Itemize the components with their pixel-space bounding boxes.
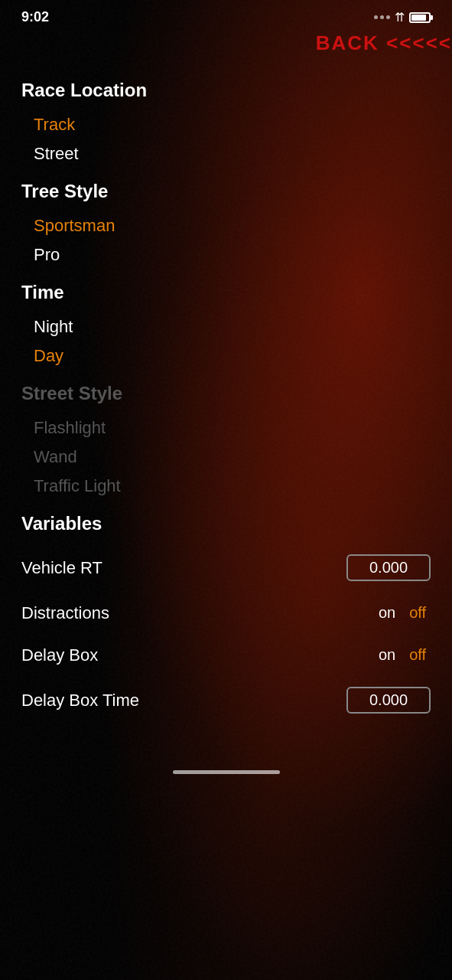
street-style-header: Street Style [21,383,431,404]
distractions-row: Distractions on off [21,592,431,634]
delay-box-off[interactable]: off [405,645,431,665]
street-style-flashlight: Flashlight [21,413,431,443]
vehicle-rt-label: Vehicle RT [21,558,102,578]
home-bar [173,770,280,774]
race-location-section: Race Location Track Street [21,80,431,168]
home-indicator [0,755,452,782]
delay-box-on[interactable]: on [374,645,400,665]
delay-box-row: Delay Box on off [21,634,431,676]
status-time: 9:02 [21,9,49,25]
distractions-off[interactable]: off [405,603,431,623]
vehicle-rt-input[interactable] [346,554,431,581]
vehicle-rt-row: Vehicle RT [21,544,431,592]
race-location-track[interactable]: Track [21,110,431,139]
delay-box-time-row: Delay Box Time [21,676,431,724]
street-style-section: Street Style Flashlight Wand Traffic Lig… [21,383,431,501]
tree-style-sportsman[interactable]: Sportsman [21,211,431,240]
delay-box-time-input[interactable] [346,687,431,714]
tree-style-pro[interactable]: Pro [21,240,431,270]
time-day[interactable]: Day [21,341,431,371]
delay-box-time-label: Delay Box Time [21,691,139,710]
variables-header: Variables [21,513,431,534]
time-night[interactable]: Night [21,312,431,341]
delay-box-label: Delay Box [21,645,98,665]
wifi-icon: ⇈ [395,10,405,24]
race-location-header: Race Location [21,80,431,101]
status-icons: ⇈ [374,10,431,24]
battery-icon [409,12,431,23]
time-section: Time Night Day [21,282,431,371]
signal-dots-icon [374,15,390,19]
race-location-street[interactable]: Street [21,139,431,168]
street-style-traffic-light: Traffic Light [21,472,431,501]
time-header: Time [21,282,431,303]
status-bar: 9:02 ⇈ [0,0,452,31]
back-button-container: BACK <<<<< [0,31,452,67]
distractions-on[interactable]: on [374,603,400,623]
distractions-toggle: on off [374,603,431,623]
tree-style-section: Tree Style Sportsman Pro [21,181,431,270]
tree-style-header: Tree Style [21,181,431,202]
back-button[interactable]: BACK <<<<< [316,31,452,55]
delay-box-toggle: on off [374,645,431,665]
distractions-label: Distractions [21,603,109,623]
variables-section: Variables Vehicle RT Distractions on off… [21,513,431,724]
street-style-wand: Wand [21,443,431,472]
